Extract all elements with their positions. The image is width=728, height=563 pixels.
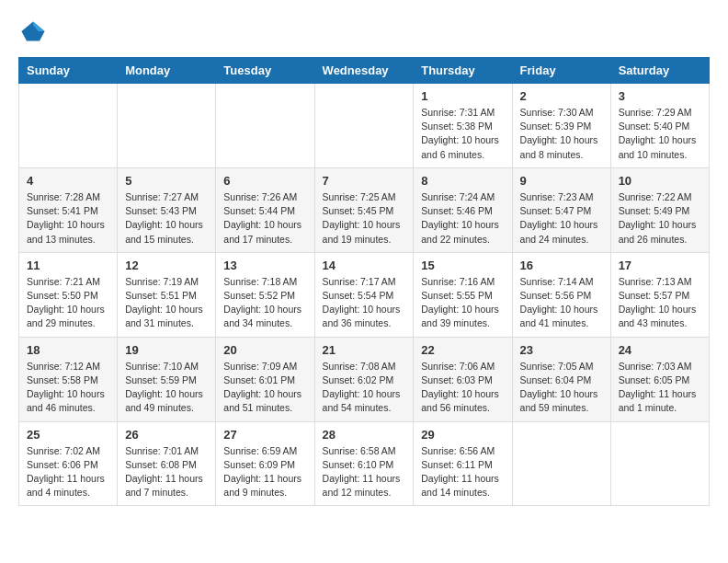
day-info: Sunrise: 7:26 AM Sunset: 5:44 PM Dayligh… <box>223 190 306 247</box>
calendar-week-3: 11Sunrise: 7:21 AM Sunset: 5:50 PM Dayli… <box>19 252 710 337</box>
calendar-header-row: SundayMondayTuesdayWednesdayThursdayFrid… <box>19 58 710 84</box>
calendar-cell: 7Sunrise: 7:25 AM Sunset: 5:45 PM Daylig… <box>314 167 414 252</box>
calendar-cell <box>118 84 216 168</box>
calendar-week-4: 18Sunrise: 7:12 AM Sunset: 5:58 PM Dayli… <box>19 337 710 421</box>
day-info: Sunrise: 7:05 AM Sunset: 6:04 PM Dayligh… <box>520 360 603 416</box>
day-info: Sunrise: 7:09 AM Sunset: 6:01 PM Dayligh… <box>223 360 306 416</box>
day-number: 6 <box>223 174 306 188</box>
calendar-cell: 10Sunrise: 7:22 AM Sunset: 5:49 PM Dayli… <box>610 167 709 252</box>
day-info: Sunrise: 7:06 AM Sunset: 6:03 PM Dayligh… <box>421 360 504 416</box>
day-info: Sunrise: 6:56 AM Sunset: 6:11 PM Dayligh… <box>421 444 504 500</box>
day-info: Sunrise: 7:14 AM Sunset: 5:56 PM Dayligh… <box>520 275 603 331</box>
calendar-cell: 11Sunrise: 7:21 AM Sunset: 5:50 PM Dayli… <box>19 252 118 337</box>
day-number: 22 <box>421 343 504 357</box>
calendar-cell: 25Sunrise: 7:02 AM Sunset: 6:06 PM Dayli… <box>19 421 118 506</box>
day-number: 23 <box>520 343 603 357</box>
calendar-cell: 18Sunrise: 7:12 AM Sunset: 5:58 PM Dayli… <box>19 337 118 421</box>
calendar-cell: 29Sunrise: 6:56 AM Sunset: 6:11 PM Dayli… <box>414 421 512 506</box>
calendar-cell <box>314 84 414 168</box>
day-info: Sunrise: 7:23 AM Sunset: 5:47 PM Dayligh… <box>520 190 603 247</box>
weekday-header-sunday: Sunday <box>19 58 118 84</box>
day-number: 20 <box>223 343 306 357</box>
day-number: 9 <box>520 174 603 188</box>
day-info: Sunrise: 7:31 AM Sunset: 5:38 PM Dayligh… <box>421 106 504 162</box>
day-number: 29 <box>421 428 504 442</box>
day-number: 4 <box>27 174 109 188</box>
day-number: 18 <box>27 343 109 357</box>
day-info: Sunrise: 7:17 AM Sunset: 5:54 PM Dayligh… <box>323 275 406 331</box>
calendar-cell: 6Sunrise: 7:26 AM Sunset: 5:44 PM Daylig… <box>216 167 314 252</box>
calendar-cell: 12Sunrise: 7:19 AM Sunset: 5:51 PM Dayli… <box>118 252 216 337</box>
calendar-cell: 9Sunrise: 7:23 AM Sunset: 5:47 PM Daylig… <box>512 167 610 252</box>
calendar-cell: 15Sunrise: 7:16 AM Sunset: 5:55 PM Dayli… <box>414 252 512 337</box>
day-info: Sunrise: 7:16 AM Sunset: 5:55 PM Dayligh… <box>421 275 504 331</box>
day-info: Sunrise: 7:08 AM Sunset: 6:02 PM Dayligh… <box>323 360 406 416</box>
day-number: 16 <box>520 259 603 272</box>
weekday-header-monday: Monday <box>118 58 216 84</box>
weekday-header-friday: Friday <box>512 58 610 84</box>
weekday-header-thursday: Thursday <box>414 58 512 84</box>
calendar-cell: 4Sunrise: 7:28 AM Sunset: 5:41 PM Daylig… <box>19 167 118 252</box>
day-info: Sunrise: 7:27 AM Sunset: 5:43 PM Dayligh… <box>125 190 208 247</box>
day-info: Sunrise: 7:01 AM Sunset: 6:08 PM Dayligh… <box>125 444 208 500</box>
weekday-header-saturday: Saturday <box>610 58 709 84</box>
day-info: Sunrise: 7:22 AM Sunset: 5:49 PM Dayligh… <box>619 190 701 247</box>
calendar-cell: 3Sunrise: 7:29 AM Sunset: 5:40 PM Daylig… <box>610 84 709 168</box>
day-number: 11 <box>27 259 109 272</box>
calendar-cell: 23Sunrise: 7:05 AM Sunset: 6:04 PM Dayli… <box>512 337 610 421</box>
day-number: 2 <box>520 89 603 103</box>
day-info: Sunrise: 7:19 AM Sunset: 5:51 PM Dayligh… <box>125 275 208 331</box>
day-info: Sunrise: 7:29 AM Sunset: 5:40 PM Dayligh… <box>619 106 701 162</box>
calendar-cell <box>610 421 709 506</box>
day-number: 19 <box>125 343 208 357</box>
day-number: 27 <box>223 428 306 442</box>
day-number: 13 <box>223 259 306 272</box>
calendar-cell: 28Sunrise: 6:58 AM Sunset: 6:10 PM Dayli… <box>314 421 414 506</box>
day-info: Sunrise: 7:10 AM Sunset: 5:59 PM Dayligh… <box>125 360 208 416</box>
calendar-cell: 13Sunrise: 7:18 AM Sunset: 5:52 PM Dayli… <box>216 252 314 337</box>
day-info: Sunrise: 7:02 AM Sunset: 6:06 PM Dayligh… <box>27 444 109 500</box>
calendar-cell: 2Sunrise: 7:30 AM Sunset: 5:39 PM Daylig… <box>512 84 610 168</box>
calendar-week-2: 4Sunrise: 7:28 AM Sunset: 5:41 PM Daylig… <box>19 167 710 252</box>
calendar-cell: 8Sunrise: 7:24 AM Sunset: 5:46 PM Daylig… <box>414 167 512 252</box>
calendar-cell: 20Sunrise: 7:09 AM Sunset: 6:01 PM Dayli… <box>216 337 314 421</box>
day-info: Sunrise: 7:13 AM Sunset: 5:57 PM Dayligh… <box>619 275 701 331</box>
day-info: Sunrise: 7:30 AM Sunset: 5:39 PM Dayligh… <box>520 106 603 162</box>
day-info: Sunrise: 7:21 AM Sunset: 5:50 PM Dayligh… <box>27 275 109 331</box>
calendar-table: SundayMondayTuesdayWednesdayThursdayFrid… <box>18 57 710 506</box>
day-info: Sunrise: 7:25 AM Sunset: 5:45 PM Dayligh… <box>323 190 406 247</box>
calendar-cell: 27Sunrise: 6:59 AM Sunset: 6:09 PM Dayli… <box>216 421 314 506</box>
day-info: Sunrise: 6:59 AM Sunset: 6:09 PM Dayligh… <box>223 444 306 500</box>
day-info: Sunrise: 6:58 AM Sunset: 6:10 PM Dayligh… <box>323 444 406 500</box>
day-info: Sunrise: 7:24 AM Sunset: 5:46 PM Dayligh… <box>421 190 504 247</box>
calendar-cell <box>19 84 118 168</box>
day-number: 25 <box>27 428 109 442</box>
day-number: 3 <box>619 89 701 103</box>
day-info: Sunrise: 7:12 AM Sunset: 5:58 PM Dayligh… <box>27 360 109 416</box>
day-number: 1 <box>421 89 504 103</box>
logo-icon <box>20 18 46 44</box>
day-number: 7 <box>323 174 406 188</box>
day-number: 24 <box>619 343 701 357</box>
day-number: 8 <box>421 174 504 188</box>
day-info: Sunrise: 7:28 AM Sunset: 5:41 PM Dayligh… <box>27 190 109 247</box>
weekday-header-wednesday: Wednesday <box>314 58 414 84</box>
calendar-cell: 26Sunrise: 7:01 AM Sunset: 6:08 PM Dayli… <box>118 421 216 506</box>
calendar-cell: 5Sunrise: 7:27 AM Sunset: 5:43 PM Daylig… <box>118 167 216 252</box>
calendar-week-1: 1Sunrise: 7:31 AM Sunset: 5:38 PM Daylig… <box>19 84 710 168</box>
calendar-cell: 1Sunrise: 7:31 AM Sunset: 5:38 PM Daylig… <box>414 84 512 168</box>
page-header <box>18 18 710 48</box>
day-number: 10 <box>619 174 701 188</box>
day-number: 21 <box>323 343 406 357</box>
day-number: 15 <box>421 259 504 272</box>
day-number: 28 <box>323 428 406 442</box>
logo <box>18 18 46 48</box>
day-info: Sunrise: 7:18 AM Sunset: 5:52 PM Dayligh… <box>223 275 306 331</box>
calendar-cell <box>216 84 314 168</box>
day-number: 17 <box>619 259 701 272</box>
calendar-cell: 22Sunrise: 7:06 AM Sunset: 6:03 PM Dayli… <box>414 337 512 421</box>
calendar-cell: 16Sunrise: 7:14 AM Sunset: 5:56 PM Dayli… <box>512 252 610 337</box>
day-number: 12 <box>125 259 208 272</box>
calendar-cell: 24Sunrise: 7:03 AM Sunset: 6:05 PM Dayli… <box>610 337 709 421</box>
day-number: 5 <box>125 174 208 188</box>
